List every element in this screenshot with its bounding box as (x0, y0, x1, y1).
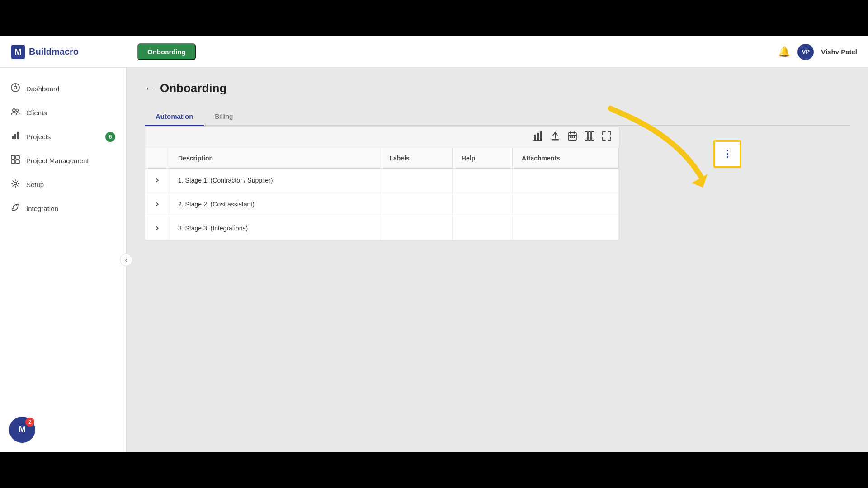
user-name: Vishv Patel (821, 48, 857, 56)
svg-rect-27 (585, 132, 588, 140)
sidebar-label-project-management: Project Management (26, 157, 89, 164)
page-title: Onboarding (160, 81, 226, 95)
col-attachments: Attachments (513, 148, 619, 169)
svg-rect-13 (16, 160, 19, 164)
svg-point-3 (14, 86, 17, 89)
tab-billing[interactable]: Billing (204, 108, 244, 126)
row3-attachments (513, 216, 619, 240)
row3-expand-button[interactable] (154, 225, 160, 231)
row3-labels (380, 216, 452, 240)
svg-rect-22 (552, 139, 559, 141)
svg-rect-20 (540, 131, 542, 140)
row2-description: 2. Stage 2: (Cost assistant) (169, 192, 380, 216)
sidebar-label-setup: Setup (26, 181, 44, 188)
svg-rect-19 (537, 133, 539, 140)
sidebar-label-integration: Integration (26, 205, 58, 212)
projects-icon (11, 131, 20, 142)
row1-help (452, 169, 512, 192)
col-expand (145, 148, 169, 169)
logo-area: M Buildmacro (11, 45, 137, 59)
row-expand-cell (145, 169, 169, 192)
main-layout: Dashboard Clients (0, 68, 868, 452)
fullscreen-icon[interactable] (602, 131, 612, 143)
sidebar-label-clients: Clients (26, 109, 47, 117)
col-help: Help (452, 148, 512, 169)
row1-expand-button[interactable] (154, 178, 160, 183)
svg-rect-25 (572, 136, 573, 138)
row-expand-cell (145, 192, 169, 216)
content-area: ← Onboarding Automation Billing (127, 68, 868, 452)
row1-labels (380, 169, 452, 192)
row2-labels (380, 192, 452, 216)
import-icon[interactable] (550, 131, 560, 143)
sidebar: Dashboard Clients (0, 68, 127, 452)
svg-rect-24 (570, 136, 571, 138)
three-dot-menu-highlighted[interactable]: ⋮ (713, 140, 741, 168)
svg-point-5 (13, 109, 15, 112)
sidebar-item-projects[interactable]: Projects 6 (0, 125, 126, 149)
calendar-icon[interactable] (567, 131, 577, 143)
table-toolbar (145, 127, 619, 148)
topbar-right: 🔔 VP Vishv Patel (778, 44, 857, 60)
table-row: 2. Stage 2: (Cost assistant) (145, 192, 619, 216)
onboarding-tab[interactable]: Onboarding (137, 43, 196, 60)
row2-expand-button[interactable] (154, 202, 160, 207)
back-button[interactable]: ← (145, 83, 155, 94)
notification-bell-icon[interactable]: 🔔 (778, 46, 790, 58)
svg-rect-12 (11, 160, 15, 164)
sidebar-collapse-button[interactable]: ‹ (120, 253, 132, 266)
sidebar-item-clients[interactable]: Clients (0, 101, 126, 125)
svg-point-15 (17, 204, 19, 206)
dashboard-icon (11, 83, 20, 94)
chart-icon[interactable] (533, 131, 543, 143)
svg-rect-10 (11, 155, 15, 159)
row1-description: 1. Stage 1: (Contractor / Supplier) (169, 169, 380, 192)
tabs-bar: Automation Billing (145, 108, 850, 126)
topbar: M Buildmacro Onboarding 🔔 VP Vishv Patel (0, 36, 868, 68)
setup-icon (11, 179, 20, 190)
sidebar-item-setup[interactable]: Setup (0, 173, 126, 197)
row3-description: 3. Stage 3: (Integrations) (169, 216, 380, 240)
sidebar-label-dashboard: Dashboard (26, 85, 59, 93)
svg-text:M: M (15, 47, 22, 56)
svg-rect-8 (14, 134, 16, 139)
integration-icon (11, 203, 20, 214)
row2-help (452, 192, 512, 216)
svg-marker-30 (692, 174, 708, 188)
sidebar-item-project-management[interactable]: Project Management (0, 149, 126, 173)
svg-rect-11 (16, 155, 19, 159)
table-row: 3. Stage 3: (Integrations) (145, 216, 619, 240)
sidebar-label-projects: Projects (26, 133, 51, 141)
svg-rect-7 (12, 136, 14, 139)
table-container: Description Labels Help Attachments (145, 126, 619, 241)
columns-icon[interactable] (585, 131, 594, 143)
three-dot-icon: ⋮ (722, 148, 733, 160)
svg-rect-29 (591, 132, 594, 140)
svg-point-14 (14, 182, 17, 185)
row2-attachments (513, 192, 619, 216)
svg-point-6 (16, 109, 19, 112)
sidebar-logo-badge[interactable]: M 2 (9, 417, 35, 443)
sidebar-item-integration[interactable]: Integration (0, 197, 126, 221)
svg-rect-28 (588, 132, 591, 140)
sidebar-bottom: M 2 (9, 417, 35, 443)
table-row: 1. Stage 1: (Contractor / Supplier) (145, 169, 619, 192)
svg-point-16 (12, 209, 14, 211)
project-management-icon (11, 155, 20, 166)
svg-rect-26 (574, 136, 575, 138)
col-labels: Labels (380, 148, 452, 169)
svg-rect-21 (533, 140, 542, 141)
svg-text:M: M (19, 425, 26, 434)
notification-dot: 2 (25, 418, 34, 427)
page-header: ← Onboarding (145, 81, 850, 95)
projects-badge: 6 (105, 132, 115, 142)
svg-rect-9 (17, 132, 19, 139)
col-description: Description (169, 148, 380, 169)
avatar: VP (797, 44, 814, 60)
svg-rect-18 (534, 135, 536, 140)
clients-icon (11, 107, 20, 118)
row3-help (452, 216, 512, 240)
data-table: Description Labels Help Attachments (145, 148, 619, 240)
tab-automation[interactable]: Automation (145, 108, 204, 126)
sidebar-item-dashboard[interactable]: Dashboard (0, 77, 126, 101)
